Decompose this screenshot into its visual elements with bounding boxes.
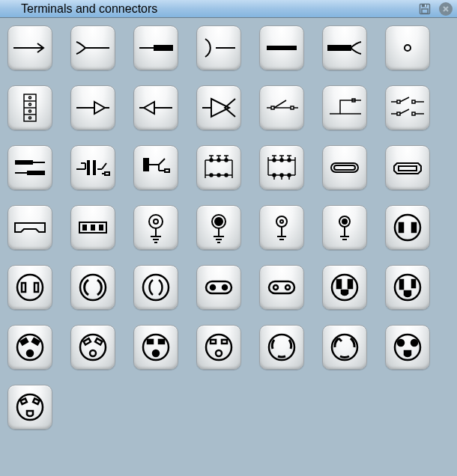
svg-point-145 — [285, 285, 290, 290]
svg-rect-58 — [105, 172, 109, 175]
svg-rect-108 — [91, 225, 94, 230]
svg-rect-165 — [211, 340, 216, 344]
svg-point-163 — [153, 350, 159, 356]
svg-rect-150 — [400, 280, 403, 289]
circular-node[interactable] — [385, 25, 430, 70]
svg-line-41 — [400, 97, 409, 102]
outlet-round-arcs-alt[interactable] — [133, 265, 178, 310]
svg-rect-147 — [337, 280, 341, 288]
svg-rect-103 — [331, 163, 358, 172]
port-slot-triple[interactable] — [70, 205, 115, 250]
outlet-round-arcs[interactable] — [70, 265, 115, 310]
svg-line-32 — [274, 100, 286, 108]
capacitor-terminal[interactable] — [70, 145, 115, 190]
outlet-2pin-outline[interactable] — [7, 265, 52, 310]
switch-step[interactable] — [322, 85, 367, 130]
usb-port-a[interactable] — [322, 145, 367, 190]
svg-rect-12 — [328, 46, 351, 50]
outlet-2pin-filled[interactable] — [385, 205, 430, 250]
outlet-3ph-c[interactable] — [133, 325, 178, 370]
svg-line-46 — [400, 109, 409, 114]
svg-rect-166 — [222, 340, 227, 344]
svg-point-19 — [29, 103, 31, 106]
jack-pin-small-open[interactable] — [259, 205, 304, 250]
outlet-3ph-b[interactable] — [70, 325, 115, 370]
svg-rect-50 — [33, 162, 45, 163]
arrow-wire[interactable] — [7, 25, 52, 70]
svg-point-159 — [90, 350, 96, 356]
svg-rect-151 — [412, 280, 415, 287]
bus-connector-4b[interactable] — [259, 145, 304, 190]
switch-double[interactable] — [385, 85, 430, 130]
outlet-2blade-ground[interactable] — [322, 265, 367, 310]
svg-rect-107 — [83, 225, 86, 230]
thick-terminal[interactable] — [259, 25, 304, 70]
svg-rect-31 — [271, 106, 274, 109]
outlet-locking-d[interactable] — [7, 385, 52, 430]
svg-point-111 — [154, 219, 158, 224]
female-terminal[interactable] — [196, 25, 241, 70]
svg-marker-29 — [211, 99, 229, 117]
svg-line-170 — [339, 338, 342, 341]
switch-single-node[interactable] — [259, 85, 304, 130]
jack-pin-filled[interactable] — [196, 205, 241, 250]
double-terminal-bars[interactable] — [7, 145, 52, 190]
svg-rect-9 — [154, 46, 172, 50]
svg-rect-42 — [412, 100, 415, 103]
outlet-locking-a[interactable] — [259, 325, 304, 370]
svg-rect-176 — [33, 398, 39, 403]
outlet-2dot-hollow[interactable] — [259, 265, 304, 310]
svg-marker-23 — [94, 102, 105, 114]
outlet-3ph-d[interactable] — [196, 325, 241, 370]
svg-rect-40 — [397, 100, 400, 103]
thick-open-terminal[interactable] — [322, 25, 367, 70]
svg-point-122 — [276, 216, 287, 227]
double-arrow-hollow[interactable] — [196, 85, 241, 130]
open-wire-terminal[interactable] — [70, 25, 115, 70]
outlet-2dot[interactable] — [196, 265, 241, 310]
svg-marker-26 — [144, 102, 154, 114]
svg-point-141 — [211, 285, 215, 290]
svg-rect-154 — [32, 338, 39, 344]
outlet-2blade-ground-us[interactable] — [385, 265, 430, 310]
svg-point-13 — [405, 45, 411, 51]
svg-point-155 — [27, 350, 33, 356]
svg-rect-133 — [399, 223, 403, 232]
svg-line-57 — [102, 163, 106, 169]
svg-line-64 — [159, 159, 165, 165]
svg-point-110 — [149, 215, 163, 228]
svg-point-167 — [216, 350, 222, 356]
outlet-locking-c[interactable] — [385, 325, 430, 370]
male-terminal[interactable] — [133, 25, 178, 70]
svg-point-173 — [411, 340, 417, 346]
svg-point-20 — [29, 110, 31, 112]
bus-connector-4a[interactable] — [196, 145, 241, 190]
svg-point-142 — [223, 285, 227, 290]
svg-rect-11 — [267, 46, 297, 50]
svg-rect-49 — [15, 160, 33, 165]
svg-point-83 — [225, 174, 228, 177]
svg-point-123 — [280, 220, 283, 223]
terminal-block-4[interactable] — [7, 85, 52, 130]
jack-pin-small-filled[interactable] — [322, 205, 367, 250]
svg-rect-104 — [334, 165, 355, 170]
outlet-3ph-a[interactable] — [7, 325, 52, 370]
svg-rect-175 — [20, 398, 26, 403]
svg-rect-105 — [399, 166, 417, 171]
svg-rect-109 — [100, 225, 103, 230]
close-icon[interactable] — [439, 2, 453, 16]
port-slot-wide[interactable] — [7, 205, 52, 250]
svg-rect-158 — [95, 338, 102, 344]
window-title: Terminals and connectors — [21, 2, 412, 16]
symbol-grid — [0, 18, 457, 437]
svg-rect-134 — [412, 223, 416, 232]
outlet-locking-b[interactable] — [322, 325, 367, 370]
arrow-wire-hollow-left[interactable] — [133, 85, 178, 130]
terminal-post[interactable] — [133, 145, 178, 190]
svg-point-128 — [342, 219, 347, 224]
jack-pin-open[interactable] — [133, 205, 178, 250]
usb-port-b[interactable] — [385, 145, 430, 190]
svg-point-21 — [29, 117, 31, 119]
save-icon[interactable] — [418, 2, 432, 16]
arrow-wire-hollow-right[interactable] — [70, 85, 115, 130]
